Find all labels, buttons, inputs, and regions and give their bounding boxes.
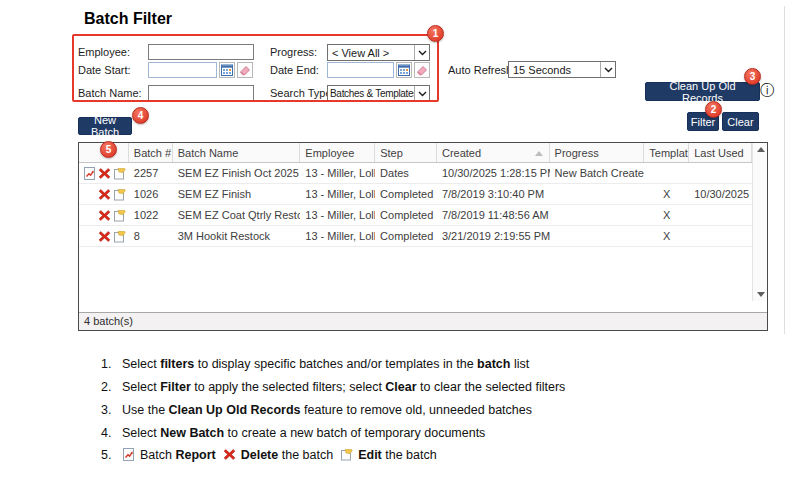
instruction-plain-text: feature to remove old, unneeded batches [301, 403, 532, 417]
clean-up-old-records-button[interactable]: Clean Up Old Records [645, 82, 760, 101]
auto-refresh-selected-value: 15 Seconds [509, 64, 600, 76]
column-header-step[interactable]: Step [375, 143, 437, 162]
delete-icon [223, 448, 237, 462]
info-icon[interactable]: ⓘ [760, 83, 774, 97]
instruction-plain-text: Select [122, 426, 160, 440]
instruction-bold-text: Delete [241, 448, 279, 462]
column-header-batch-name[interactable]: Batch Name [173, 143, 301, 162]
vertical-scrollbar[interactable] [752, 143, 767, 301]
employee-input[interactable] [148, 44, 254, 60]
edit-icon [340, 448, 354, 462]
scroll-down-icon[interactable] [757, 292, 765, 297]
delete-batch-icon[interactable] [98, 167, 111, 180]
column-header-progress[interactable]: Progress [550, 143, 645, 162]
instruction-plain-text: Batch [140, 448, 175, 462]
instruction-number: 1. [101, 357, 116, 371]
instruction-plain-text: Select [122, 357, 160, 371]
instruction-plain-text: to apply the selected filters; select [191, 380, 386, 394]
cell-step: Dates [375, 167, 437, 179]
delete-batch-icon[interactable] [98, 209, 111, 222]
column-header-employee[interactable]: Employee [300, 143, 375, 162]
chevron-down-icon[interactable] [414, 86, 429, 101]
report-icon-placeholder [83, 230, 96, 243]
cell-employee: 13 - Miller, Lollie [300, 188, 375, 200]
report-icon-placeholder [83, 188, 96, 201]
date-start-eraser-icon[interactable] [237, 62, 253, 78]
instruction-bold-text: Clear [385, 380, 416, 394]
cell-employee: 13 - Miller, Lollie [300, 209, 375, 221]
batch-filter-screen: Batch Filter Employee: Progress: < View … [0, 0, 796, 490]
new-batch-button[interactable]: New Batch [78, 117, 132, 135]
date-end-calendar-icon[interactable] [396, 62, 412, 78]
progress-label: Progress: [270, 46, 317, 58]
column-header-last-used[interactable]: Last Used [689, 143, 752, 162]
edit-batch-icon[interactable] [113, 188, 126, 201]
edit-batch-icon[interactable] [113, 167, 126, 180]
callout-1: 1 [427, 25, 444, 42]
page-title: Batch Filter [84, 10, 172, 28]
cell-template: X [644, 209, 689, 221]
instruction-bold-text: filters [160, 357, 194, 371]
instruction-plain-text: the batch [278, 448, 333, 462]
date-end-label: Date End: [270, 64, 319, 76]
cell-actions [79, 188, 129, 201]
column-header-template[interactable]: Template [644, 143, 689, 162]
cell-actions [79, 167, 129, 180]
instruction-number: 5. [101, 448, 116, 462]
table-header-row: Batch #Batch NameEmployeeStepCreatedProg… [79, 143, 752, 163]
cell-step: Completed [375, 188, 437, 200]
table-row[interactable]: 83M Hookit Restock13 - Miller, LollieCom… [79, 226, 752, 247]
instruction-item-5: 5.Batch ReportDelete the batchEdit the b… [101, 448, 437, 462]
instruction-plain-text: the batch [382, 448, 437, 462]
progress-select[interactable]: < View All > [327, 44, 430, 61]
table-body: 2257SEM EZ Finish Oct 202513 - Miller, L… [79, 163, 752, 312]
batch-name-input[interactable] [148, 85, 254, 101]
edit-batch-icon[interactable] [113, 209, 126, 222]
cell-progress: New Batch Created [550, 167, 645, 179]
date-start-calendar-icon[interactable] [219, 62, 235, 78]
instruction-plain-text: Use the [122, 403, 169, 417]
report-icon-placeholder [83, 209, 96, 222]
instruction-number: 4. [101, 426, 116, 440]
clear-button[interactable]: Clear [722, 112, 759, 131]
column-header-created[interactable]: Created [437, 143, 550, 162]
cell-template: X [644, 188, 689, 200]
instruction-item-3: 3.Use the Clean Up Old Records feature t… [101, 403, 532, 417]
cell-batch-number: 1026 [129, 188, 173, 200]
date-end-input[interactable] [327, 62, 394, 78]
instruction-plain-text: to create a new batch of temporary docum… [224, 426, 485, 440]
delete-batch-icon[interactable] [98, 188, 111, 201]
cell-batch-number: 8 [129, 230, 173, 242]
scroll-up-icon[interactable] [757, 147, 765, 152]
instruction-plain-text: list [510, 357, 529, 371]
table-row[interactable]: 1022SEM EZ Coat Qtrly Restock13 - Miller… [79, 205, 752, 226]
instruction-number: 3. [101, 403, 116, 417]
instruction-bold-text: Clean Up Old Records [169, 403, 301, 417]
callout-3: 3 [744, 68, 761, 85]
cell-actions [79, 230, 129, 243]
instruction-item-1: 1.Select filters to display specific bat… [101, 357, 529, 371]
batch-report-icon[interactable] [83, 167, 96, 180]
date-start-input[interactable] [148, 62, 217, 78]
table-row[interactable]: 2257SEM EZ Finish Oct 202513 - Miller, L… [79, 163, 752, 184]
table-row[interactable]: 1026SEM EZ Finish13 - Miller, LollieComp… [79, 184, 752, 205]
search-type-selected-value: Batches & Templates [328, 88, 414, 99]
sort-ascending-icon [535, 151, 543, 156]
column-header-batch-number[interactable]: Batch # [129, 143, 173, 162]
cell-batch-number: 2257 [129, 167, 173, 179]
auto-refresh-select[interactable]: 15 Seconds [508, 61, 616, 78]
chevron-down-icon[interactable] [414, 45, 429, 60]
instruction-bold-text: Report [175, 448, 215, 462]
instruction-bold-text: Filter [160, 380, 191, 394]
cell-created: 10/30/2025 1:28:15 PM [437, 167, 550, 179]
search-type-select[interactable]: Batches & Templates [327, 85, 430, 102]
instruction-text: Select Filter to apply the selected filt… [122, 380, 565, 394]
edit-batch-icon[interactable] [113, 230, 126, 243]
date-end-eraser-icon[interactable] [414, 62, 430, 78]
instruction-item-2: 2.Select Filter to apply the selected fi… [101, 380, 565, 394]
delete-batch-icon[interactable] [98, 230, 111, 243]
callout-4: 4 [132, 107, 149, 124]
callout-2: 2 [705, 101, 722, 118]
instruction-item-4: 4.Select New Batch to create a new batch… [101, 426, 485, 440]
chevron-down-icon[interactable] [600, 62, 615, 77]
